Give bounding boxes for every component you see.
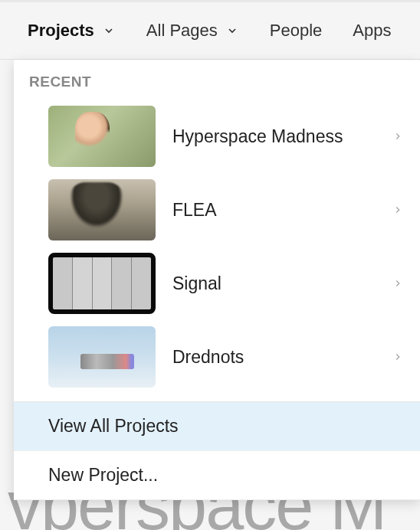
project-item-flea[interactable]: FLEA bbox=[14, 173, 420, 247]
project-name: FLEA bbox=[172, 200, 374, 221]
view-all-projects[interactable]: View All Projects bbox=[14, 402, 420, 451]
project-thumbnail bbox=[48, 253, 156, 314]
nav-people[interactable]: People bbox=[270, 21, 323, 41]
nav-all-pages[interactable]: All Pages bbox=[146, 21, 239, 41]
chevron-right-icon bbox=[391, 129, 405, 143]
view-all-label: View All Projects bbox=[48, 416, 179, 436]
nav-all-pages-label: All Pages bbox=[146, 21, 218, 41]
chevron-right-icon bbox=[391, 203, 405, 217]
project-name: Hyperspace Madness bbox=[172, 126, 374, 147]
chevron-right-icon bbox=[391, 276, 405, 290]
new-project-label: New Project... bbox=[48, 465, 158, 485]
project-thumbnail bbox=[48, 179, 156, 240]
projects-dropdown: RECENT Hyperspace Madness FLEA Signal Dr… bbox=[14, 60, 420, 500]
nav-apps[interactable]: Apps bbox=[353, 21, 391, 41]
project-name: Drednots bbox=[172, 347, 374, 368]
project-thumbnail bbox=[48, 106, 156, 167]
chevron-down-icon bbox=[225, 24, 239, 38]
chevron-right-icon bbox=[391, 350, 405, 364]
nav-projects-label: Projects bbox=[28, 21, 94, 41]
project-item-signal[interactable]: Signal bbox=[14, 247, 420, 320]
nav-people-label: People bbox=[270, 21, 323, 41]
chevron-down-icon bbox=[102, 24, 116, 38]
project-name: Signal bbox=[172, 273, 374, 294]
top-nav-bar: Projects All Pages People Apps bbox=[0, 0, 420, 60]
new-project[interactable]: New Project... bbox=[14, 451, 420, 500]
project-thumbnail bbox=[48, 326, 156, 388]
nav-projects[interactable]: Projects bbox=[28, 21, 116, 41]
recent-section-label: RECENT bbox=[14, 74, 420, 100]
nav-apps-label: Apps bbox=[353, 21, 391, 41]
project-item-drednots[interactable]: Drednots bbox=[14, 320, 420, 394]
project-item-hyperspace-madness[interactable]: Hyperspace Madness bbox=[14, 100, 420, 173]
